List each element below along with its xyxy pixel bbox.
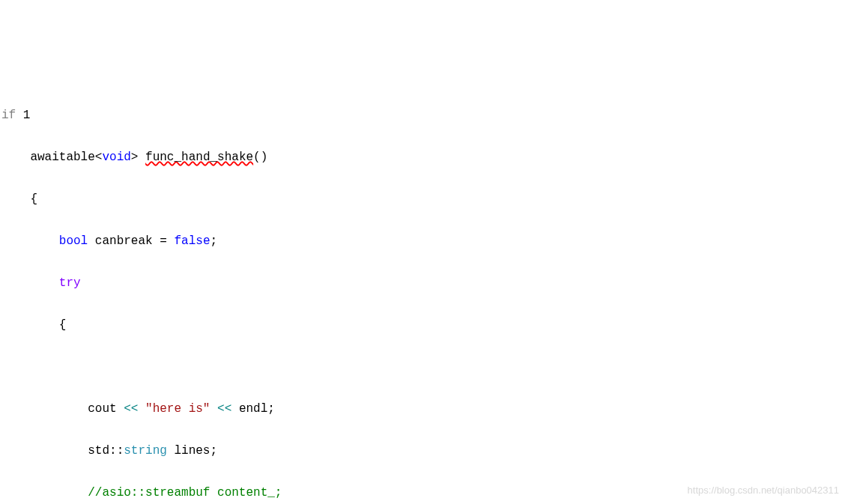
brace: { — [30, 192, 37, 206]
identifier: endl — [239, 402, 267, 416]
brace: { — [59, 318, 67, 332]
void-keyword: void — [102, 151, 130, 164]
code-line: try — [1, 273, 845, 294]
identifier: awaitable — [30, 151, 94, 164]
preproc-if: if — [1, 109, 16, 122]
function-name: func_hand_shake — [145, 151, 253, 164]
operator: << — [217, 402, 231, 416]
code-line: std::string lines; — [1, 440, 845, 461]
bool-keyword: bool — [59, 234, 88, 248]
false-keyword: false — [174, 234, 210, 248]
code-line: { — [1, 189, 845, 210]
variable: canbreak — [95, 234, 153, 248]
watermark: https://blog.csdn.net/qianbo042311 — [688, 482, 839, 500]
code-line: awaitable<void> func_hand_shake() — [1, 147, 845, 168]
code-line: if 1 — [1, 105, 845, 126]
variable: lines — [174, 444, 210, 458]
identifier: cout — [88, 402, 116, 416]
code-line: { — [1, 315, 845, 336]
operator: << — [124, 402, 138, 416]
try-keyword: try — [59, 276, 81, 290]
comment: //asio::streambuf content_; — [88, 486, 282, 500]
code-line — [1, 356, 845, 377]
type: string — [124, 444, 167, 458]
code-line: bool canbreak = false; — [1, 231, 845, 252]
literal: 1 — [23, 109, 31, 122]
string-literal: "here is" — [145, 402, 210, 416]
code-editor[interactable]: if 1 awaitable<void> func_hand_shake() {… — [0, 84, 845, 504]
code-line: cout << "here is" << endl; — [1, 398, 845, 419]
namespace: std — [88, 444, 109, 458]
